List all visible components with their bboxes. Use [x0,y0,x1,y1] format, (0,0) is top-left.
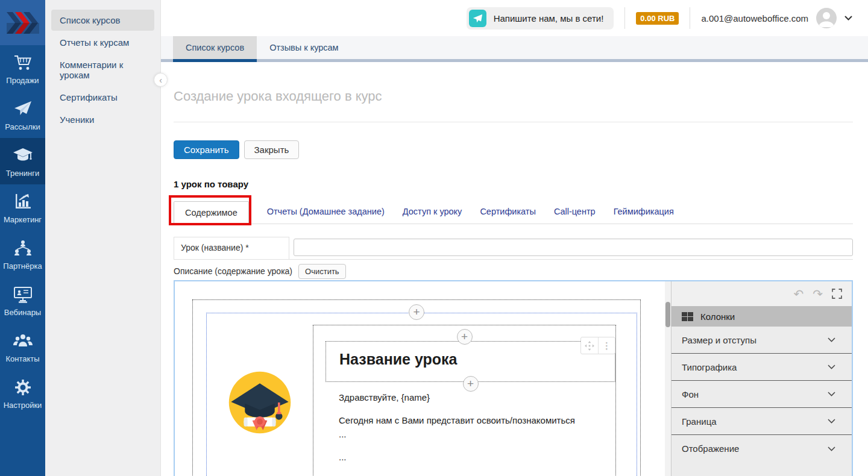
block-controls: ⋮ [580,337,615,354]
accordion-background[interactable]: Фон [671,381,852,408]
builder-paragraph[interactable]: Сегодня нам с Вами представит освоить/по… [339,415,615,427]
submenu-item-lesson-comments[interactable]: Комментарии к урокам [51,54,154,86]
accordion-label: Фон [682,389,699,399]
topbar-divider [624,7,625,29]
chevron-down-icon [828,446,835,451]
topbar-divider [690,7,690,29]
tab-gamification[interactable]: Геймификация [614,207,674,224]
scrollbar-thumb[interactable] [665,302,670,327]
builder-canvas[interactable]: + [175,281,665,476]
sidebar-item-sales[interactable]: Продажи [0,45,45,92]
builder-paragraph[interactable]: Здравствуйте, {name} [339,392,615,404]
sidebar-item-contacts[interactable]: Контакты [0,324,45,370]
page-title: Создание урока входящего в курс [174,89,853,104]
lesson-name-label: Урок (название) * [174,237,289,259]
chevron-down-icon [828,392,835,396]
app-logo[interactable] [0,0,45,45]
close-button[interactable]: Закрыть [244,140,300,159]
tab-course-list[interactable]: Список курсов [173,36,257,62]
tab-content[interactable]: Содержимое [174,201,249,224]
builder-paragraph[interactable]: ... [339,428,615,440]
sidebar-item-affiliate[interactable]: Партнёрка [0,231,45,277]
chat-paper-plane-icon [469,10,486,27]
lesson-section-heading: 1 урок по товару [174,179,853,189]
tab-call-center[interactable]: Call-центр [554,207,596,224]
primary-sidebar: Продажи Рассылки Тренинги [0,0,45,476]
accordion-label: Типографика [682,362,737,372]
accordion-label: Граница [682,416,717,427]
undo-icon[interactable]: ↶ [793,288,804,300]
accordion-label: Отображение [682,443,739,454]
description-row: Описание (содержание урока) Очистить [174,263,853,279]
sidebar-item-marketing[interactable]: Маркетинг [0,184,45,231]
heading-block[interactable]: ⋮ Название урока + [326,341,615,382]
clear-button[interactable]: Очистить [298,264,346,279]
accordion-label: Размер и отступы [682,335,756,345]
fullscreen-icon[interactable] [832,289,842,299]
tab-course-reviews[interactable]: Отзывы к курсам [257,36,351,59]
columns-grid-icon [682,312,693,321]
submenu-item-course-list[interactable]: Список курсов [51,10,154,31]
title-divider [174,122,853,122]
builder-row[interactable]: + ⋮ [206,313,637,476]
topbar: Напишите нам, мы в сети! 0.00 RUB a.001@… [161,0,868,36]
selected-element-label: Колонки [700,312,735,322]
kebab-menu-icon[interactable]: ⋮ [598,337,615,354]
sidebar-item-webinars[interactable]: Вебинары [0,277,45,324]
contacts-people-icon [13,331,33,351]
secondary-sidebar: Список курсов Отчеты к курсам Комментари… [45,0,160,476]
accordion-typography[interactable]: Типографика [671,354,852,381]
sidebar-item-trainings[interactable]: Тренинги [0,138,45,184]
builder-column-text[interactable]: + ⋮ [313,325,616,476]
description-label: Описание (содержание урока) [174,266,292,276]
chevrons-logo-icon [7,12,39,34]
save-button[interactable]: Сохранить [174,140,239,159]
builder-column-image[interactable] [207,313,313,476]
add-block-button[interactable]: + [463,376,479,392]
chat-button[interactable]: Напишите нам, мы в сети! [467,7,614,30]
lesson-name-row: Урок (название) * [174,237,853,260]
account-chevron-down-icon[interactable] [844,16,852,21]
submenu-item-certificates[interactable]: Сертификаты [51,87,154,108]
accordion-display[interactable]: Отображение [671,435,852,462]
paper-plane-icon [14,99,32,119]
graduation-cap-image[interactable] [228,371,292,434]
sidebar-collapse-button[interactable]: ‹ [154,73,168,87]
selected-element-header: Колонки [671,306,852,327]
add-block-button[interactable]: + [409,304,424,320]
account-email[interactable]: a.001@autoweboffice.com [701,13,808,23]
lesson-name-input-wrap [289,237,853,259]
submenu-item-course-reports[interactable]: Отчеты к курсам [51,32,154,53]
redo-icon[interactable]: ↷ [813,288,823,300]
tab-lesson-access[interactable]: Доступ к уроку [403,207,462,224]
builder-toolbar: ↶ ↷ [671,281,852,306]
lesson-name-input[interactable] [294,239,853,256]
sidebar-item-mailings[interactable]: Рассылки [0,92,45,138]
accordion-size-spacing[interactable]: Размер и отступы [671,327,852,354]
chevron-down-icon [828,419,835,424]
sidebar-item-settings[interactable]: Настройки [0,370,45,416]
tab-homework-reports[interactable]: Отчеты (Домашнее задание) [267,207,385,224]
lesson-heading-text[interactable]: Название урока [326,342,615,368]
tab-certificates[interactable]: Сертификаты [480,207,536,224]
builder-section[interactable]: + [192,299,641,476]
page-builder: + [174,280,853,476]
avatar[interactable] [816,8,837,28]
submenu-item-students[interactable]: Ученики [51,109,154,130]
main-panel: Создание урока входящего в курс Сохранит… [161,89,868,476]
balance-badge[interactable]: 0.00 RUB [636,12,679,25]
gear-icon [14,377,32,398]
builder-paragraph[interactable]: ... [339,451,615,463]
accordion-border[interactable]: Граница [671,408,852,435]
drag-move-icon[interactable] [581,337,598,354]
cart-icon [13,52,33,73]
lesson-tabs: Содержимое Отчеты (Домашнее задание) Дос… [174,201,853,224]
action-buttons: Сохранить Закрыть [174,140,853,159]
app-window: Продажи Рассылки Тренинги [0,0,868,476]
content-area: Напишите нам, мы в сети! 0.00 RUB a.001@… [160,0,868,476]
graduation-cap-icon [13,145,33,166]
chevron-down-icon [828,337,835,342]
course-tabs: Список курсов Отзывы к курсам [161,36,868,62]
bar-chart-icon [14,192,32,212]
add-block-button[interactable]: + [457,329,473,345]
